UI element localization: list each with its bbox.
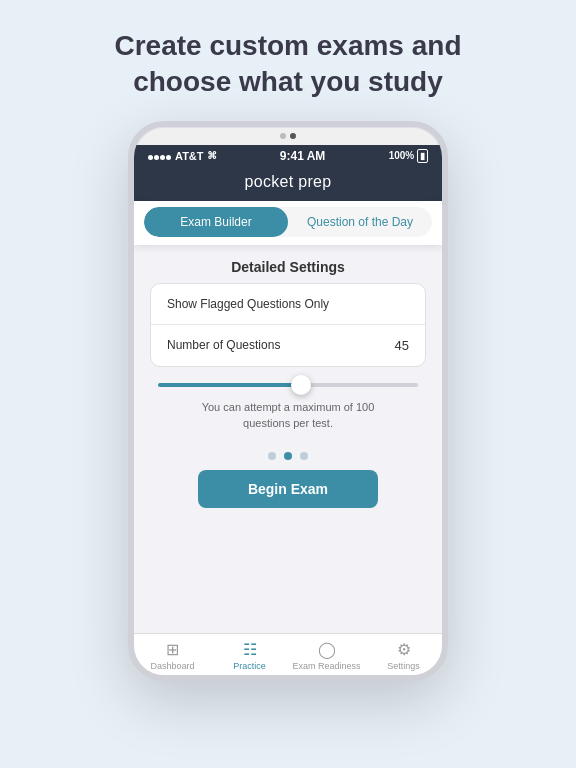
battery-indicator: 100% ▮: [389, 149, 428, 163]
tab-exam-builder-label: Exam Builder: [180, 215, 251, 229]
slider-track[interactable]: [158, 383, 418, 387]
page-dot-1: [268, 452, 276, 460]
num-questions-label: Number of Questions: [167, 338, 280, 352]
device-frame: AT&T ⌘ 9:41 AM 100% ▮ pocket prep Exam B…: [128, 121, 448, 681]
status-bar: AT&T ⌘ 9:41 AM 100% ▮: [134, 145, 442, 167]
bottom-nav: ⊞ Dashboard ☷ Practice ◯ Exam Readiness …: [134, 633, 442, 675]
pagination-dots: [134, 436, 442, 470]
nav-dashboard[interactable]: ⊞ Dashboard: [134, 640, 211, 671]
tab-exam-builder[interactable]: Exam Builder: [144, 207, 288, 237]
flagged-questions-label: Show Flagged Questions Only: [167, 297, 329, 311]
page-dot-2: [284, 452, 292, 460]
status-left: AT&T ⌘: [148, 150, 217, 162]
begin-exam-button[interactable]: Begin Exam: [198, 470, 378, 508]
practice-icon: ☷: [243, 640, 257, 659]
tab-question-of-day[interactable]: Question of the Day: [288, 207, 432, 237]
dashboard-icon: ⊞: [166, 640, 179, 659]
readiness-icon: ◯: [318, 640, 336, 659]
headline-line2: choose what you study: [133, 66, 443, 97]
device-dot-active: [290, 133, 296, 139]
tab-question-label: Question of the Day: [307, 215, 413, 229]
device-dot-inactive: [280, 133, 286, 139]
nav-practice[interactable]: ☷ Practice: [211, 640, 288, 671]
page-dot-3: [300, 452, 308, 460]
status-time: 9:41 AM: [280, 149, 326, 163]
settings-label: Settings: [387, 661, 420, 671]
flagged-questions-row: Show Flagged Questions Only: [151, 284, 425, 325]
app-name: pocket prep: [245, 173, 332, 190]
device-top-bar: [134, 127, 442, 143]
tab-bar: Exam Builder Question of the Day: [144, 207, 432, 237]
settings-icon: ⚙: [397, 640, 411, 659]
headline: Create custom exams and choose what you …: [74, 0, 501, 121]
signal-dots: [148, 150, 172, 162]
battery-icon: ▮: [417, 149, 428, 163]
tab-bar-container: Exam Builder Question of the Day: [134, 201, 442, 245]
app-header: pocket prep: [134, 167, 442, 201]
num-questions-value: 45: [395, 338, 409, 353]
headline-line1: Create custom exams and: [114, 30, 461, 61]
slider-section: You can attempt a maximum of 100question…: [134, 367, 442, 436]
nav-exam-readiness[interactable]: ◯ Exam Readiness: [288, 640, 365, 671]
practice-label: Practice: [233, 661, 266, 671]
slider-caption: You can attempt a maximum of 100question…: [202, 399, 375, 432]
num-questions-row: Number of Questions 45: [151, 325, 425, 366]
slider-fill: [158, 383, 301, 387]
screen-content: Detailed Settings Show Flagged Questions…: [134, 245, 442, 633]
readiness-label: Exam Readiness: [292, 661, 360, 671]
nav-settings[interactable]: ⚙ Settings: [365, 640, 442, 671]
slider-thumb[interactable]: [291, 375, 311, 395]
battery-label: 100%: [389, 150, 415, 161]
carrier-label: AT&T: [175, 150, 204, 162]
dashboard-label: Dashboard: [150, 661, 194, 671]
section-title: Detailed Settings: [134, 245, 442, 283]
wifi-icon: ⌘: [207, 150, 217, 161]
settings-card: Show Flagged Questions Only Number of Qu…: [150, 283, 426, 367]
